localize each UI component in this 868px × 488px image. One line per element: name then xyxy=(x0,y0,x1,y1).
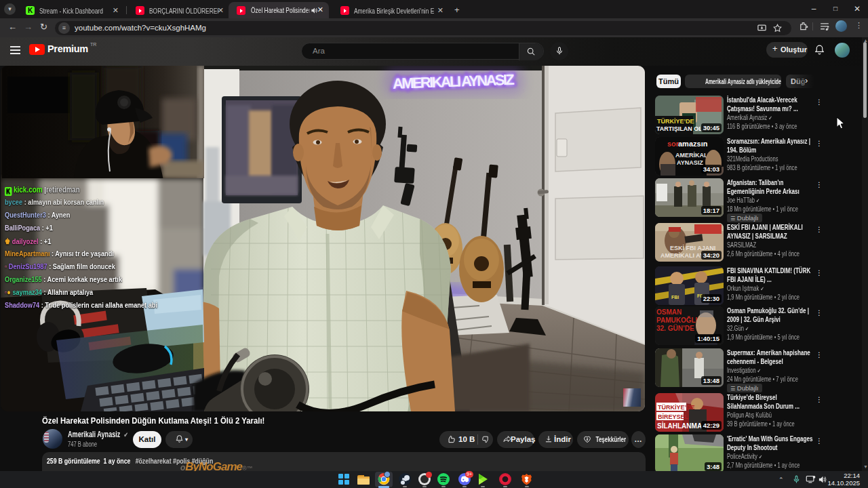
svg-text:32. GÜN’DE: 32. GÜN’DE xyxy=(656,324,694,332)
svg-text:AYNASIZ: AYNASIZ xyxy=(677,159,703,166)
svg-text:PAMUKOĞLU: PAMUKOĞLU xyxy=(656,316,701,324)
svg-text:amazsın: amazsın xyxy=(678,140,708,148)
svg-text:AMERİKALI: AMERİKALI xyxy=(675,152,709,159)
svg-text:SİLAHLANMA: SİLAHLANMA xyxy=(657,422,702,430)
svg-text:FBI: FBI xyxy=(671,295,679,300)
svg-text:TÜRKİYE’DE: TÜRKİYE’DE xyxy=(657,118,694,125)
svg-text:OSMAN: OSMAN xyxy=(656,308,682,316)
svg-text:BİREYSEL: BİREYSEL xyxy=(658,413,689,420)
svg-text:TÜRKİYE’DE: TÜRKİYE’DE xyxy=(658,404,695,411)
